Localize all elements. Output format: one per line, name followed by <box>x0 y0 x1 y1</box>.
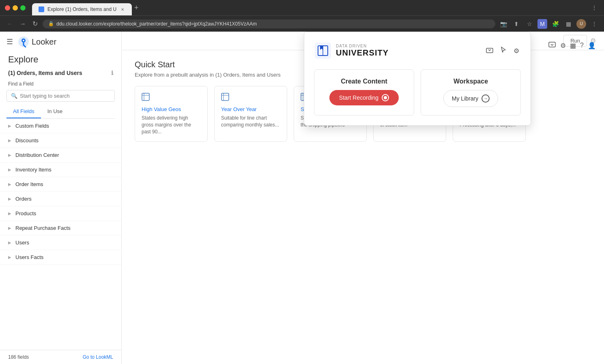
field-group-products[interactable]: ▶ Products <box>0 206 121 221</box>
field-group-distribution-center[interactable]: ▶ Distribution Center <box>0 148 121 163</box>
card-icon-1 <box>221 93 280 103</box>
my-library-button[interactable]: My Library → <box>443 90 498 107</box>
new-tab-button[interactable]: + <box>134 4 139 11</box>
field-group-label: Repeat Purchase Facts <box>15 225 71 231</box>
grid-icon-btn[interactable]: ▦ <box>570 42 576 49</box>
browser-chrome: Explore (1) Orders, Items and U ✕ + ⋮ <box>0 0 604 15</box>
refresh-button[interactable]: ↻ <box>31 18 39 29</box>
tab-title: Explore (1) Orders, Items and U <box>47 6 116 12</box>
extension-icon[interactable]: M <box>537 19 547 29</box>
user-icon-btn[interactable]: 👤 <box>588 42 596 49</box>
model-name-section: (1) Orders, Items and Users ℹ <box>0 68 121 78</box>
info-icon[interactable]: ℹ <box>111 70 113 76</box>
ddu-share-button[interactable] <box>484 45 495 57</box>
tab-close-button[interactable]: ✕ <box>120 6 125 12</box>
field-group-inventory-items[interactable]: ▶ Inventory Items <box>0 163 121 177</box>
navigation-bar: ← → ↻ 🔒 ddu.cloud.looker.com/explore/the… <box>0 15 604 32</box>
settings-icon-btn[interactable]: ⚙ <box>560 42 566 49</box>
field-group-label: Users <box>15 240 29 246</box>
search-icon: 🔍 <box>11 93 17 99</box>
ddu-main-text: UNIVERSITY <box>336 48 389 58</box>
ddu-logo: Data Driven UNIVERSITY <box>314 42 389 60</box>
chevron-icon: ▶ <box>8 255 11 259</box>
active-tab[interactable]: Explore (1) Orders, Items and U ✕ <box>32 3 132 15</box>
chevron-icon: ▶ <box>8 240 11 245</box>
looker-logo: Looker <box>18 36 56 47</box>
create-content-title: Create Content <box>341 78 387 85</box>
field-group-users-facts[interactable]: ▶ Users Facts <box>0 250 121 265</box>
record-icon <box>382 94 389 101</box>
all-fields-tab[interactable]: All Fields <box>6 105 41 118</box>
ddu-cursor-button[interactable] <box>498 45 509 57</box>
field-group-label: Products <box>15 210 36 216</box>
sidebar-toggle[interactable]: ▦ <box>563 19 573 29</box>
quick-start-card-1[interactable]: Year Over Year Suitable for line chart c… <box>214 86 287 142</box>
card-desc-1: Suitable for line chart comparing monthl… <box>221 115 280 128</box>
puzzle-icon[interactable]: 🧩 <box>550 19 560 29</box>
quick-start-card-0[interactable]: High Value Geos States delivering high g… <box>135 86 208 142</box>
ddu-logo-text: Data Driven UNIVERSITY <box>336 44 389 58</box>
back-button[interactable]: ← <box>5 19 15 29</box>
chrome-menu[interactable]: ⋮ <box>589 19 599 29</box>
my-library-label: My Library <box>452 95 478 102</box>
field-group-orders[interactable]: ▶ Orders <box>0 192 121 206</box>
explore-page-title: Explore <box>0 48 121 68</box>
chevron-icon: ▶ <box>8 211 11 216</box>
field-group-label: Orders <box>15 196 32 202</box>
arrow-circle-icon: → <box>481 94 490 103</box>
record-dot <box>384 96 387 99</box>
fields-count: 186 fields <box>8 354 29 360</box>
field-tabs: All Fields In Use <box>6 105 115 119</box>
ddu-logo-icon <box>314 42 332 60</box>
share-icon-btn[interactable] <box>548 41 556 50</box>
browser-tabs: Explore (1) Orders, Items and U ✕ + <box>32 0 139 15</box>
maximize-button[interactable] <box>20 5 26 11</box>
bookmark-icon[interactable]: ☆ <box>524 19 534 29</box>
ddu-panel-header: Data Driven UNIVERSITY ⚙ <box>314 42 521 60</box>
find-field-label: Find a Field <box>0 78 121 88</box>
ddu-panel: Data Driven UNIVERSITY ⚙ Create Content <box>304 32 531 126</box>
svg-rect-9 <box>221 93 229 101</box>
field-group-repeat-purchase-facts[interactable]: ▶ Repeat Purchase Facts <box>0 221 121 236</box>
field-group-custom-fields[interactable]: ▶ Custom Fields + Add <box>0 119 121 133</box>
looker-wordmark: Looker <box>32 37 56 47</box>
traffic-lights <box>5 5 26 11</box>
in-use-tab[interactable]: In Use <box>41 105 69 118</box>
start-recording-button[interactable]: Start Recording <box>329 90 399 105</box>
chevron-icon: ▶ <box>8 197 11 201</box>
ddu-header-icons: ⚙ <box>484 45 521 57</box>
field-group-order-items[interactable]: ▶ Order Items <box>0 177 121 192</box>
workspace-card: Workspace My Library → <box>421 69 521 116</box>
help-icon-btn[interactable]: ? <box>580 42 584 49</box>
create-content-card: Create Content Start Recording <box>314 69 414 116</box>
field-group-users[interactable]: ▶ Users <box>0 236 121 250</box>
close-button[interactable] <box>5 5 10 11</box>
field-group-label: Discounts <box>15 137 39 143</box>
field-group-label: Distribution Center <box>15 152 59 158</box>
start-recording-label: Start Recording <box>339 94 378 101</box>
search-input[interactable] <box>20 93 110 99</box>
chevron-icon: ▶ <box>8 124 11 128</box>
svg-rect-5 <box>549 42 555 47</box>
address-bar[interactable]: 🔒 ddu.cloud.looker.com/explore/thelook_p… <box>43 19 495 28</box>
minimize-button[interactable] <box>13 5 18 11</box>
field-group-label: Users Facts <box>15 254 43 260</box>
tab-favicon <box>39 6 44 12</box>
lock-icon: 🔒 <box>48 21 54 26</box>
go-to-looml-link[interactable]: Go to LookML <box>83 354 113 360</box>
profile-avatar[interactable]: U <box>576 19 586 29</box>
browser-settings-icon[interactable]: ⋮ <box>589 3 599 13</box>
card-desc-0: States delivering high gross margins ove… <box>142 115 201 135</box>
ddu-settings-button[interactable]: ⚙ <box>512 45 521 56</box>
chevron-icon: ▶ <box>8 226 11 230</box>
ddu-subtext: Data Driven <box>336 44 389 48</box>
sidebar-footer: 186 fields Go to LookML <box>0 350 121 364</box>
field-list: ▶ Custom Fields + Add ▶ Discounts ▶ Dist… <box>0 119 121 350</box>
hamburger-menu[interactable]: ☰ <box>5 36 15 48</box>
search-box[interactable]: 🔍 <box>6 90 115 102</box>
forward-button[interactable]: → <box>18 19 28 29</box>
cast-icon[interactable]: 📷 <box>499 19 508 29</box>
share-icon[interactable]: ⬆ <box>512 19 521 29</box>
field-group-discounts[interactable]: ▶ Discounts <box>0 133 121 148</box>
chevron-icon: ▶ <box>8 138 11 143</box>
